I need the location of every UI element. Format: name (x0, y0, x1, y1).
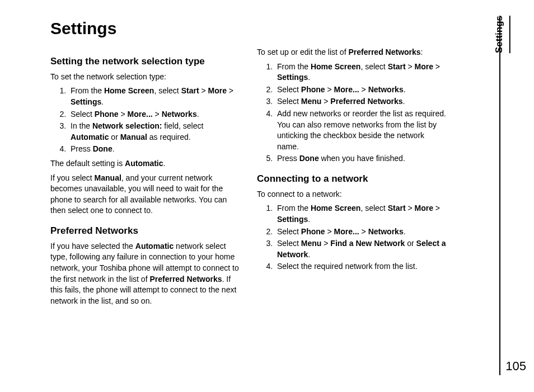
text: , select (360, 204, 387, 212)
text: To set up or edit the list of (257, 48, 348, 56)
list-item: Select Menu > Find a New Network or Sele… (275, 238, 448, 260)
intro-connect: To connect to a network: (257, 189, 448, 200)
list-item: In the Network selection: field, select … (68, 121, 241, 143)
text: > (406, 204, 415, 212)
text-bold: More... (334, 85, 359, 94)
text-bold: Start (388, 204, 406, 212)
text-bold: Manual (95, 173, 121, 182)
text: Select (71, 110, 95, 119)
text-bold: Settings (71, 97, 101, 106)
text: . (113, 144, 115, 153)
text: Select (277, 239, 301, 248)
text-bold: More (415, 204, 433, 212)
text: . (101, 97, 104, 106)
text-bold: Settings (277, 215, 308, 224)
text: > (321, 97, 330, 106)
text: > (433, 204, 440, 212)
text: Select (277, 85, 301, 94)
page-number: 105 (505, 358, 526, 375)
text-bold: Preferred Networks (330, 97, 402, 106)
text: > (325, 227, 334, 236)
list-item: Add new networks or reorder the list as … (275, 108, 448, 152)
text-bold: Settings (277, 73, 308, 82)
text: . (308, 73, 310, 82)
text: field, select (162, 121, 203, 130)
paragraph-default: The default setting is Automatic. (50, 158, 241, 169)
list-item: Press Done. (68, 144, 241, 155)
text: or (109, 133, 120, 141)
text: In the (71, 121, 92, 130)
steps-network-selection: From the Home Screen, select Start > Mor… (50, 86, 241, 155)
text: > (433, 62, 440, 71)
text: > (227, 86, 233, 95)
side-tab-label: Settings (493, 16, 510, 53)
text: , select (360, 62, 387, 71)
text-bold: Start (181, 86, 199, 95)
list-item: From the Home Screen, select Start > Mor… (275, 62, 448, 83)
text: or (405, 239, 416, 248)
text: . (308, 250, 310, 259)
text: . (404, 85, 406, 94)
text: Select (277, 97, 301, 106)
text-bold: Done (299, 154, 319, 163)
section-preferred-networks: Preferred Networks (50, 224, 241, 238)
text-bold: Menu (301, 97, 322, 106)
text: Press (71, 144, 93, 153)
list-item: Select Phone > More... > Networks. (275, 84, 448, 96)
text: > (153, 110, 162, 119)
text: . (404, 227, 406, 236)
text-bold: Network selection: (92, 121, 162, 130)
text: . (197, 110, 199, 119)
text: From the (71, 86, 104, 95)
steps-preferred-networks: From the Home Screen, select Start > Mor… (257, 62, 448, 164)
text-bold: More (415, 62, 433, 71)
content-columns: Setting the network selection type To se… (50, 47, 448, 310)
text: > (359, 227, 368, 236)
text: . (308, 215, 310, 224)
text: , select (154, 86, 181, 95)
text: Select (277, 227, 301, 236)
left-column: Setting the network selection type To se… (50, 47, 241, 310)
text-bold: Home Screen (311, 62, 360, 71)
list-item: Select the required network from the lis… (275, 261, 448, 272)
text: . (403, 97, 405, 106)
text-bold: Start (388, 62, 406, 71)
right-column: To set up or edit the list of Preferred … (257, 47, 448, 310)
paragraph-preferred: If you have selected the Automatic netwo… (50, 241, 241, 307)
text-bold: Home Screen (104, 86, 154, 95)
text: If you select (50, 173, 95, 182)
text-bold: Automatic (71, 133, 109, 141)
text-bold: More... (334, 227, 359, 236)
page: Settings Setting the network selection t… (0, 0, 487, 327)
text-bold: Networks (368, 227, 404, 236)
text-bold: Phone (95, 110, 119, 119)
intro-preferred-list: To set up or edit the list of Preferred … (257, 47, 448, 58)
section-connecting-network: Connecting to a network (257, 172, 448, 186)
text: From the (277, 62, 311, 71)
text-bold: Manual (120, 133, 147, 141)
list-item: Select Phone > More... > Networks. (68, 109, 241, 120)
list-item: Select Menu > Preferred Networks. (275, 96, 448, 107)
text-bold: More... (128, 110, 153, 119)
text: From the (277, 204, 311, 212)
text-bold: Automatic (125, 159, 163, 168)
text-bold: Networks (368, 85, 404, 94)
text-bold: Find a New Network (330, 239, 405, 248)
text: : (421, 48, 423, 56)
text: > (359, 85, 368, 94)
text-bold: Preferred Networks (348, 48, 420, 56)
text: > (199, 86, 208, 95)
side-rule (499, 16, 500, 375)
list-item: From the Home Screen, select Start > Mor… (275, 203, 448, 225)
text-bold: More (208, 86, 227, 95)
text-bold: Networks (162, 110, 197, 119)
steps-connect-network: From the Home Screen, select Start > Mor… (257, 203, 448, 272)
text-bold: Phone (301, 227, 325, 236)
text-bold: Phone (301, 85, 325, 94)
text: . (163, 159, 166, 168)
text-bold: Automatic (135, 242, 174, 251)
text-bold: Home Screen (311, 204, 360, 212)
section-network-selection-type: Setting the network selection type (50, 55, 241, 68)
text: If you have selected the (50, 242, 135, 251)
text: Press (277, 154, 299, 163)
